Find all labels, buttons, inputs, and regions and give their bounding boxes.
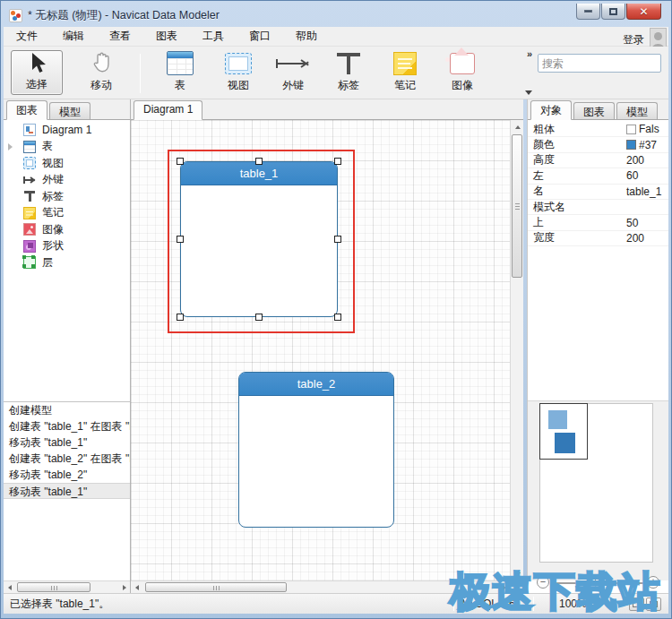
expand-arrow-icon[interactable] xyxy=(8,143,13,150)
minimap-viewport[interactable] xyxy=(539,403,588,460)
history-item-selected[interactable]: 移动表 "table_1" xyxy=(4,483,130,499)
left-panel-h-scrollbar[interactable] xyxy=(4,580,130,593)
table-icon xyxy=(23,141,36,153)
property-row-width[interactable]: 宽度 200 xyxy=(528,231,668,246)
move-tool-button[interactable]: 移动 xyxy=(75,50,127,95)
canvas-h-scrollbar[interactable] xyxy=(131,580,510,593)
table-tool-button[interactable]: 表 xyxy=(154,50,206,95)
table-shape-table-2[interactable]: table_2 xyxy=(238,372,394,528)
scroll-down-icon[interactable] xyxy=(512,568,523,580)
scroll-right-icon[interactable] xyxy=(118,581,130,593)
diagram-canvas[interactable]: table_1 table_2 xyxy=(131,120,510,580)
label-tool-label: 标签 xyxy=(338,78,359,93)
close-button[interactable]: ✕ xyxy=(626,4,661,20)
menu-item-view[interactable]: 查看 xyxy=(97,26,143,47)
scrollbar-thumb[interactable] xyxy=(512,134,522,278)
tab-object[interactable]: 对象 xyxy=(530,100,572,120)
scrollbar-thumb[interactable] xyxy=(17,582,90,592)
sidebar-item-labels[interactable]: 标签 xyxy=(4,188,130,205)
tab-diagram-props[interactable]: 图表 xyxy=(573,102,615,119)
checkbox-icon[interactable] xyxy=(626,125,636,134)
sidebar-item-layers[interactable]: 层 xyxy=(4,254,130,271)
zoom-slider-thumb[interactable] xyxy=(595,575,602,589)
scroll-left-icon[interactable] xyxy=(131,581,142,593)
select-tool-button[interactable]: 选择 xyxy=(11,50,63,95)
sidebar-item-images[interactable]: 图像 xyxy=(4,221,130,238)
menu-item-window[interactable]: 窗口 xyxy=(237,26,283,47)
note-tool-button[interactable]: 笔记 xyxy=(379,50,431,95)
resize-handle[interactable] xyxy=(334,158,341,165)
sidebar-item-notes[interactable]: 笔记 xyxy=(4,205,130,222)
scrollbar-thumb[interactable] xyxy=(145,582,287,592)
property-row-schema-name[interactable]: 模式名 xyxy=(528,200,668,215)
menu-item-help[interactable]: 帮助 xyxy=(283,26,330,47)
menu-item-file[interactable]: 文件 xyxy=(4,26,50,47)
maximize-button[interactable] xyxy=(601,4,625,20)
zoom-in-icon[interactable]: + xyxy=(647,576,659,589)
image-tool-button[interactable]: 图像 xyxy=(436,50,488,95)
foreign-key-tool-button[interactable]: 外键 xyxy=(267,50,319,95)
zoom-level: 100% xyxy=(534,598,629,610)
foreign-key-icon xyxy=(276,57,310,70)
sidebar-item-diagram-1[interactable]: Diagram 1 xyxy=(4,122,130,139)
tab-diagram-1[interactable]: Diagram 1 xyxy=(134,100,202,120)
shape-icon xyxy=(23,240,36,253)
resize-handle[interactable] xyxy=(177,236,184,243)
minimap[interactable] xyxy=(539,403,653,563)
resize-handle[interactable] xyxy=(334,314,341,321)
color-swatch[interactable] xyxy=(626,140,636,150)
scroll-right-icon[interactable] xyxy=(498,581,510,593)
search-input[interactable] xyxy=(538,57,672,70)
history-item[interactable]: 创建模型 xyxy=(4,402,130,418)
resize-handle[interactable] xyxy=(177,158,184,165)
history-item[interactable]: 创建表 "table_1" 在图表 "D xyxy=(4,418,130,434)
toolbar-overflow-icon[interactable]: » xyxy=(527,48,532,59)
menu-item-tools[interactable]: 工具 xyxy=(190,26,237,47)
resize-handle[interactable] xyxy=(255,314,263,321)
resize-handle[interactable] xyxy=(177,314,184,321)
diagram-icon xyxy=(23,124,36,136)
property-row-color[interactable]: 颜色 #37 xyxy=(528,137,668,152)
sidebar-item-shapes[interactable]: 形状 xyxy=(4,238,130,255)
property-row-left[interactable]: 左 60 xyxy=(528,168,668,184)
foreign-key-icon xyxy=(23,174,36,186)
property-row-name[interactable]: 名 table_1 xyxy=(528,185,668,200)
resize-handle[interactable] xyxy=(334,236,341,243)
property-row-top[interactable]: 上 50 xyxy=(528,215,668,230)
window: * 无标题 (物理) - Navicat Data Modeler ✕ 文件 编… xyxy=(0,0,672,619)
scroll-up-icon[interactable] xyxy=(512,121,523,133)
resize-handle[interactable] xyxy=(255,158,263,165)
tab-model-props[interactable]: 模型 xyxy=(616,102,658,119)
sidebar-item-foreign-keys[interactable]: 外键 xyxy=(4,172,130,189)
label-icon xyxy=(337,53,360,74)
history-item[interactable]: 创建表 "table_2" 在图表 "D xyxy=(4,451,130,467)
sidebar-item-views[interactable]: 视图 xyxy=(4,155,130,172)
layout-toggle-icon[interactable] xyxy=(646,598,661,611)
property-row-height[interactable]: 高度 200 xyxy=(528,153,668,168)
zoom-out-icon[interactable]: − xyxy=(537,576,549,589)
table-2-header[interactable]: table_2 xyxy=(239,373,393,396)
label-tool-button[interactable]: 标签 xyxy=(323,50,375,95)
menu-item-edit[interactable]: 编辑 xyxy=(50,26,97,47)
chevron-down-icon[interactable] xyxy=(525,90,532,95)
tab-diagram[interactable]: 图表 xyxy=(6,100,47,120)
minimize-button[interactable] xyxy=(576,4,600,20)
property-row-bold[interactable]: 粗体 Fals xyxy=(528,122,668,137)
left-panel-tabs: 图表 模型 xyxy=(4,99,130,120)
title-bar[interactable]: * 无标题 (物理) - Navicat Data Modeler ✕ xyxy=(4,4,668,27)
table-shape-table-1[interactable]: table_1 xyxy=(180,161,338,317)
layer-icon xyxy=(23,256,36,269)
table-1-header[interactable]: table_1 xyxy=(181,162,337,185)
history-item[interactable]: 移动表 "table_2" xyxy=(4,467,130,483)
view-tool-button[interactable]: 视图 xyxy=(212,50,264,95)
app-icon xyxy=(9,9,22,22)
layout-toggle-icon[interactable] xyxy=(629,598,644,611)
tab-model[interactable]: 模型 xyxy=(49,102,90,119)
login-link[interactable]: 登录 xyxy=(623,32,644,47)
menu-item-diagram[interactable]: 图表 xyxy=(143,26,190,47)
sidebar-item-tables[interactable]: 表 xyxy=(4,139,130,156)
history-item[interactable]: 移动表 "table_1" xyxy=(4,434,130,451)
scroll-left-icon[interactable] xyxy=(4,581,15,593)
canvas-v-scrollbar[interactable] xyxy=(510,120,523,580)
status-bar: 已选择表 "table_1"。 MySQL 5.6 100% xyxy=(4,593,668,614)
